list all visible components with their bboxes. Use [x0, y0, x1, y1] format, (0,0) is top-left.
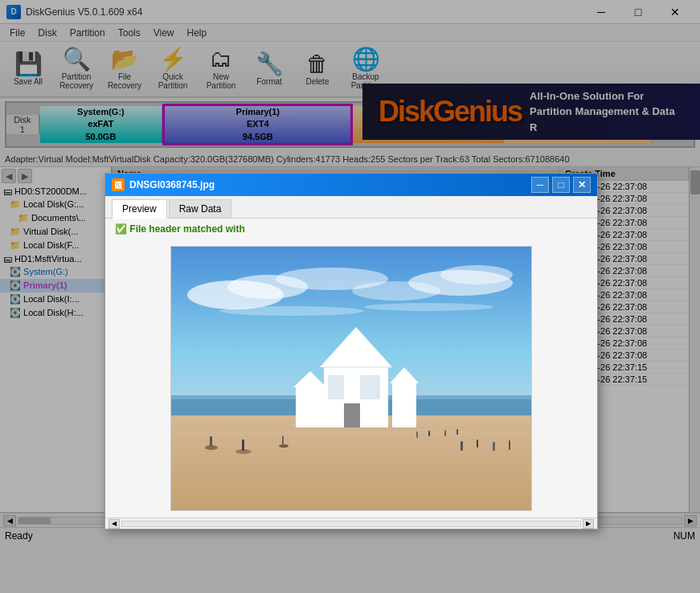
- beach-svg: [171, 247, 532, 511]
- modal-hscroll: ◀ ▶: [105, 517, 597, 529]
- svg-rect-36: [456, 429, 458, 435]
- svg-rect-32: [477, 440, 478, 448]
- tab-preview[interactable]: Preview: [112, 199, 167, 219]
- modal-icon: 🖼: [112, 178, 125, 191]
- svg-rect-33: [493, 442, 495, 451]
- svg-point-8: [364, 303, 493, 311]
- modal-status: ✅ File header matched with: [105, 219, 597, 239]
- svg-rect-30: [282, 436, 284, 445]
- svg-rect-29: [242, 440, 244, 451]
- modal-scroll-left[interactable]: ◀: [108, 519, 120, 529]
- svg-point-27: [279, 444, 289, 448]
- svg-rect-37: [416, 431, 418, 438]
- modal-close[interactable]: ✕: [573, 177, 591, 193]
- svg-rect-35: [444, 430, 446, 436]
- svg-rect-28: [210, 436, 212, 446]
- modal-maximize[interactable]: □: [552, 177, 570, 193]
- modal-status-text: File header matched with: [129, 223, 244, 235]
- svg-rect-31: [461, 441, 463, 451]
- modal-minimize[interactable]: ─: [531, 177, 549, 193]
- svg-rect-23: [392, 383, 416, 427]
- svg-rect-38: [428, 431, 430, 436]
- svg-point-6: [440, 265, 513, 284]
- modal-status-icon: ✅: [115, 223, 127, 235]
- modal-tabs: Preview Raw Data: [105, 196, 597, 219]
- tab-raw-data[interactable]: Raw Data: [169, 199, 232, 218]
- modal-titlebar: 🖼 DNSGI0368745.jpg ─ □ ✕: [105, 174, 597, 196]
- modal-h-track[interactable]: [121, 521, 581, 527]
- preview-image: [170, 246, 532, 511]
- svg-rect-34: [509, 440, 510, 450]
- modal-window-controls: ─ □ ✕: [531, 177, 591, 193]
- svg-rect-20: [344, 403, 360, 427]
- modal-dialog: 🖼 DNSGI0368745.jpg ─ □ ✕ Preview Raw Dat…: [104, 173, 598, 530]
- modal-scroll-right[interactable]: ▶: [583, 519, 594, 529]
- modal-image-area: [105, 239, 597, 517]
- svg-point-7: [219, 306, 364, 316]
- modal-title: DNSGI0368745.jpg: [129, 179, 531, 190]
- svg-rect-11: [171, 415, 532, 511]
- modal-overlay: 🖼 DNSGI0368745.jpg ─ □ ✕ Preview Raw Dat…: [0, 0, 700, 593]
- svg-rect-21: [296, 387, 324, 427]
- svg-rect-18: [328, 375, 344, 399]
- svg-rect-19: [360, 375, 380, 399]
